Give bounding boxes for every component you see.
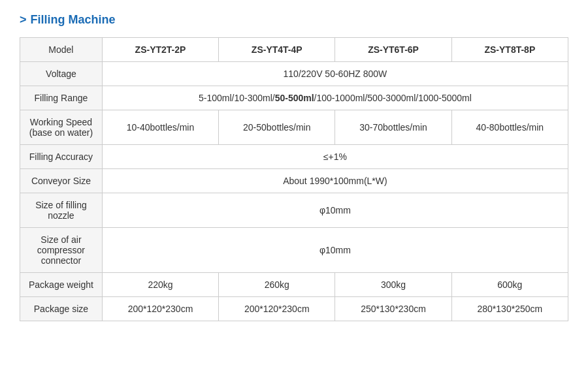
row-label-working-speed: Working Speed(base on water) — [20, 110, 103, 145]
row-value-conveyor-size: About 1990*100mm(L*W) — [102, 169, 568, 193]
header-model: Model — [20, 38, 103, 62]
row-label-package-weight: Package weight — [20, 273, 103, 297]
table-row: Package weight 220kg 260kg 300kg 600kg — [20, 273, 568, 297]
table-row: Conveyor Size About 1990*100mm(L*W) — [20, 169, 568, 193]
table-row: Working Speed(base on water) 10-40bottle… — [20, 110, 568, 145]
row-value-size-col2: 200*120*230cm — [219, 297, 335, 321]
row-value-weight-col4: 600kg — [451, 273, 568, 297]
row-value-filling-accuracy: ≤+1% — [102, 145, 568, 169]
specs-table: Model ZS-YT2T-2P ZS-YT4T-4P ZS-YT6T-6P Z… — [20, 37, 568, 321]
row-label-package-size: Package size — [20, 297, 103, 321]
row-value-speed-col1: 10-40bottles/min — [102, 110, 218, 145]
table-row: Filling Accuracy ≤+1% — [20, 145, 568, 169]
row-value-size-col4: 280*130*250cm — [451, 297, 568, 321]
row-label-filling-accuracy: Filling Accuracy — [20, 145, 103, 169]
row-value-weight-col2: 260kg — [219, 273, 335, 297]
table-row: Filling Range 5-100ml/10-300ml/50-500ml/… — [20, 86, 568, 110]
row-value-size-col1: 200*120*230cm — [102, 297, 218, 321]
row-label-filling-nozzle: Size of filling nozzle — [20, 193, 103, 228]
table-row: Size of air compressor connector φ10mm — [20, 228, 568, 273]
row-value-speed-col4: 40-80bottles/min — [451, 110, 568, 145]
row-label-air-compressor: Size of air compressor connector — [20, 228, 103, 273]
header-col3: ZS-YT6T-6P — [335, 38, 451, 62]
page-title: > Filling Machine — [20, 13, 568, 27]
table-row: Package size 200*120*230cm 200*120*230cm… — [20, 297, 568, 321]
row-value-size-col3: 250*130*230cm — [335, 297, 451, 321]
row-value-speed-col2: 20-50bottles/min — [219, 110, 335, 145]
row-value-speed-col3: 30-70bottles/min — [335, 110, 451, 145]
row-label-filling-range: Filling Range — [20, 86, 103, 110]
row-value-filling-nozzle: φ10mm — [102, 193, 568, 228]
table-row: Voltage 110/220V 50-60HZ 800W — [20, 62, 568, 86]
row-value-voltage: 110/220V 50-60HZ 800W — [102, 62, 568, 86]
header-col1: ZS-YT2T-2P — [102, 38, 218, 62]
row-value-weight-col1: 220kg — [102, 273, 218, 297]
row-label-voltage: Voltage — [20, 62, 103, 86]
row-value-air-compressor: φ10mm — [102, 228, 568, 273]
arrow-icon: > — [20, 13, 27, 27]
header-col2: ZS-YT4T-4P — [219, 38, 335, 62]
title-text: Filling Machine — [31, 13, 116, 27]
row-value-filling-range: 5-100ml/10-300ml/50-500ml/100-1000ml/500… — [102, 86, 568, 110]
row-label-conveyor-size: Conveyor Size — [20, 169, 103, 193]
table-header-row: Model ZS-YT2T-2P ZS-YT4T-4P ZS-YT6T-6P Z… — [20, 38, 568, 62]
header-col4: ZS-YT8T-8P — [451, 38, 568, 62]
row-value-weight-col3: 300kg — [335, 273, 451, 297]
table-row: Size of filling nozzle φ10mm — [20, 193, 568, 228]
